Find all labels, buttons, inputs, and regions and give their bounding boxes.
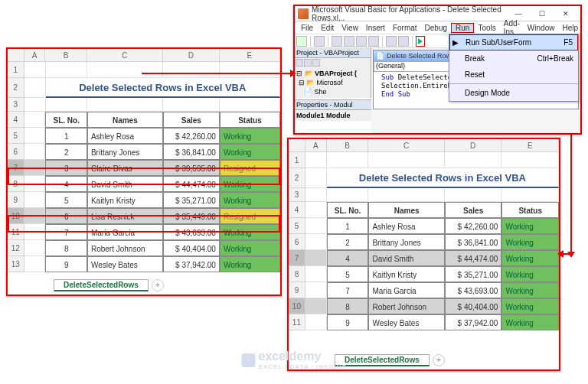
cell-sales[interactable]: $ 35,271.00 bbox=[445, 266, 502, 282]
header-names[interactable]: Names bbox=[368, 202, 444, 218]
col-header-B[interactable]: B bbox=[45, 49, 87, 62]
row-header-4[interactable]: 4 bbox=[8, 112, 24, 128]
cell-name[interactable]: David Smith bbox=[368, 250, 444, 266]
table-row[interactable]: 97Maria Garcia$ 43,693.00Working bbox=[289, 282, 559, 298]
cell-sales[interactable]: $ 40,404.00 bbox=[445, 298, 502, 314]
tb-redo-icon[interactable] bbox=[398, 36, 409, 47]
cell-status[interactable]: Working bbox=[220, 256, 280, 272]
cell-name[interactable]: Maria Garcia bbox=[87, 224, 163, 240]
tb-find-icon[interactable] bbox=[368, 36, 379, 47]
cell-sl[interactable]: 9 bbox=[45, 256, 87, 272]
row-header-5[interactable]: 5 bbox=[8, 128, 24, 144]
table-row[interactable]: 73Claire Divas$ 39,595.00Resigned bbox=[8, 160, 280, 176]
cell-name[interactable]: Ashley Rosa bbox=[87, 128, 163, 144]
menu-format[interactable]: Format bbox=[389, 24, 421, 32]
table-row[interactable]: 51Ashley Rosa$ 42,260.00Working bbox=[289, 218, 559, 234]
cell-name[interactable]: Robert Johnson bbox=[368, 298, 444, 314]
cell-status[interactable]: Working bbox=[501, 266, 559, 282]
row-header-7[interactable]: 7 bbox=[8, 160, 24, 176]
sheet-tab[interactable]: DeleteSelectedRows bbox=[54, 279, 149, 291]
cell-sales[interactable]: $ 42,260.00 bbox=[445, 218, 502, 234]
menu-insert[interactable]: Insert bbox=[362, 24, 389, 32]
menu-debug[interactable]: Debug bbox=[421, 24, 451, 32]
cell-status[interactable]: Working bbox=[501, 282, 559, 298]
col-header-D[interactable]: D bbox=[445, 139, 502, 152]
cell-sales[interactable]: $ 43,693.00 bbox=[163, 224, 220, 240]
run-break[interactable]: BreakCtrl+Break bbox=[449, 50, 578, 67]
tb-run-icon[interactable] bbox=[418, 38, 423, 44]
tb-cut-icon[interactable] bbox=[332, 36, 342, 47]
col-header-D[interactable]: D bbox=[163, 49, 220, 62]
cell-sales[interactable]: $ 42,260.00 bbox=[163, 128, 220, 144]
row-header-1[interactable]: 1 bbox=[8, 62, 24, 78]
cell-status[interactable]: Working bbox=[220, 176, 280, 192]
table-row[interactable]: 108Robert Johnson$ 40,404.00Working bbox=[289, 298, 559, 314]
menu-window[interactable]: Window bbox=[524, 24, 559, 32]
row-header-11[interactable]: 11 bbox=[289, 314, 305, 330]
row-header-10[interactable]: 10 bbox=[8, 208, 24, 224]
row-header-4[interactable]: 4 bbox=[289, 202, 305, 218]
minimize-button[interactable]: — bbox=[507, 8, 530, 19]
cell-status[interactable]: Working bbox=[501, 234, 559, 250]
table-row[interactable]: 95Kaitlyn Kristy$ 35,271.00Working bbox=[8, 192, 280, 208]
cell-name[interactable]: Kaitlyn Kristy bbox=[87, 192, 163, 208]
col-header-A[interactable]: A bbox=[305, 139, 327, 152]
cell-sl[interactable]: 3 bbox=[45, 160, 87, 176]
menu-run[interactable]: Run bbox=[451, 23, 474, 33]
add-sheet-button[interactable]: + bbox=[152, 279, 164, 291]
tb-excel-icon[interactable] bbox=[296, 36, 307, 47]
header-names[interactable]: Names bbox=[87, 112, 163, 128]
cell-status[interactable]: Resigned bbox=[220, 208, 280, 224]
header-sl[interactable]: SL. No. bbox=[327, 202, 369, 218]
tb-copy-icon[interactable] bbox=[344, 36, 354, 47]
cell-status[interactable]: Working bbox=[501, 314, 559, 330]
title-cell[interactable]: Delete Selected Rows in Excel VBA bbox=[327, 168, 559, 188]
header-sales[interactable]: Sales bbox=[163, 112, 220, 128]
row-header-8[interactable]: 8 bbox=[289, 266, 305, 282]
cell-sales[interactable]: $ 37,942.00 bbox=[445, 314, 502, 330]
cell-name[interactable]: Brittany Jones bbox=[368, 234, 444, 250]
run-reset[interactable]: Reset bbox=[449, 67, 578, 83]
cell-sales[interactable]: $ 44,474.00 bbox=[163, 176, 220, 192]
cell-status[interactable]: Working bbox=[501, 250, 559, 266]
cell-name[interactable]: Brittany Jones bbox=[87, 144, 163, 160]
row-header-10[interactable]: 10 bbox=[289, 298, 305, 314]
row-header-9[interactable]: 9 bbox=[8, 192, 24, 208]
cell-status[interactable]: Working bbox=[220, 240, 280, 256]
run-sub-userform[interactable]: ▶ Run Sub/UserFormF5 bbox=[449, 34, 578, 50]
row-header-12[interactable]: 12 bbox=[8, 240, 24, 256]
cell-sales[interactable]: $ 40,404.00 bbox=[163, 240, 220, 256]
cell-name[interactable]: Robert Johnson bbox=[87, 240, 163, 256]
cell-sl[interactable]: 6 bbox=[45, 208, 87, 224]
menu-edit[interactable]: Edit bbox=[317, 24, 338, 32]
cell-sl[interactable]: 5 bbox=[45, 192, 87, 208]
tb-save-icon[interactable] bbox=[314, 36, 325, 47]
cell-status[interactable]: Working bbox=[220, 128, 280, 144]
col-header-E[interactable]: E bbox=[220, 49, 280, 62]
header-status[interactable]: Status bbox=[501, 202, 559, 218]
cell-name[interactable]: Kaitlyn Kristy bbox=[368, 266, 444, 282]
table-row[interactable]: 128Robert Johnson$ 40,404.00Working bbox=[8, 240, 280, 256]
col-header-E[interactable]: E bbox=[501, 139, 559, 152]
cell-name[interactable]: David Smith bbox=[87, 176, 163, 192]
properties-pane[interactable]: Properties - Modul Module1 Module bbox=[295, 99, 371, 121]
cell-sl[interactable]: 2 bbox=[327, 234, 369, 250]
cell-sales[interactable]: $ 36,841.00 bbox=[445, 234, 502, 250]
cell-sl[interactable]: 1 bbox=[45, 128, 87, 144]
table-row[interactable]: 139Wesley Bates$ 37,942.00Working bbox=[8, 256, 280, 272]
table-row[interactable]: 119Wesley Bates$ 37,942.00Working bbox=[289, 314, 559, 330]
cell-sl[interactable]: 9 bbox=[327, 314, 369, 330]
col-header-A[interactable]: A bbox=[24, 49, 46, 62]
cell-sl[interactable]: 8 bbox=[45, 240, 87, 256]
add-sheet-button[interactable]: + bbox=[433, 354, 445, 366]
menu-file[interactable]: File bbox=[297, 24, 317, 32]
row-header-11[interactable]: 11 bbox=[8, 224, 24, 240]
cell-status[interactable]: Working bbox=[501, 218, 559, 234]
col-header-B[interactable]: B bbox=[327, 139, 369, 152]
menu-view[interactable]: View bbox=[338, 24, 362, 32]
header-sales[interactable]: Sales bbox=[445, 202, 502, 218]
cell-sl[interactable]: 1 bbox=[327, 218, 369, 234]
cell-name[interactable]: Wesley Bates bbox=[87, 256, 163, 272]
cell-status[interactable]: Working bbox=[501, 298, 559, 314]
close-button[interactable]: ✕ bbox=[554, 8, 577, 19]
